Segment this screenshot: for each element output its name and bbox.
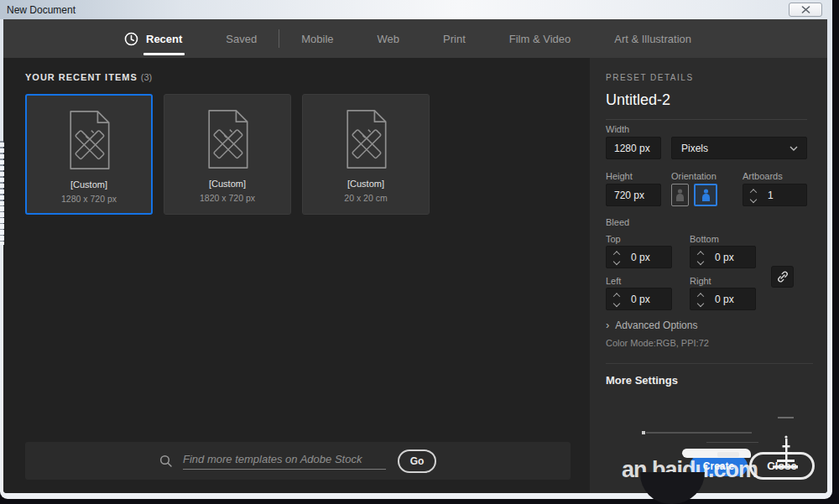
height-input[interactable]: 720 px xyxy=(606,184,661,206)
bleed-left-input[interactable]: 0 px xyxy=(606,288,672,310)
stepper-arrows[interactable] xyxy=(694,251,707,264)
watermark-dark-blob xyxy=(640,472,705,504)
more-settings-link[interactable]: More Settings xyxy=(606,374,678,387)
watermark-mark xyxy=(706,442,758,443)
height-label: Height xyxy=(606,171,633,181)
recent-item-name: [Custom] xyxy=(70,179,107,190)
advanced-options-toggle[interactable]: ›Advanced Options xyxy=(606,319,697,331)
bleed-right-label: Right xyxy=(690,276,711,286)
left-edge-watermark-strip xyxy=(0,141,4,245)
unit-dropdown[interactable]: Pixels xyxy=(671,137,807,159)
tab-print[interactable]: Print xyxy=(421,19,487,58)
width-input[interactable]: 1280 px xyxy=(606,137,661,159)
window-close-icon xyxy=(801,6,810,13)
new-document-dialog: New Document Recent xyxy=(0,0,832,499)
recent-item-card[interactable]: [Custom] 1820 x 720 px xyxy=(164,94,291,215)
watermark-pagoda-graphic xyxy=(762,435,800,475)
go-button[interactable]: Go xyxy=(398,449,436,473)
stepper-arrows[interactable] xyxy=(610,251,623,264)
landscape-orientation-icon[interactable] xyxy=(694,184,717,206)
color-mode-summary: Color Mode:RGB, PPI:72 xyxy=(606,338,709,348)
tab-label: Art & Illustration xyxy=(614,20,691,58)
link-chain-icon xyxy=(776,270,789,283)
tab-film-video[interactable]: Film & Video xyxy=(487,19,592,58)
watermark-mark xyxy=(778,417,794,418)
chevron-right-icon: › xyxy=(606,319,609,331)
artboards-label: Artboards xyxy=(743,171,783,181)
width-label: Width xyxy=(606,124,629,134)
recent-item-size: 1820 x 720 px xyxy=(200,193,255,203)
watermark-mark xyxy=(642,431,645,434)
custom-document-icon xyxy=(65,110,113,170)
search-icon xyxy=(159,455,173,468)
recent-item-card[interactable]: [Custom] 20 x 20 cm xyxy=(302,94,430,215)
chevron-down-icon xyxy=(789,146,798,151)
recent-items-area: YOUR RECENT ITEMS(3) xyxy=(3,58,590,493)
tab-label: Print xyxy=(443,20,466,58)
adobe-stock-search-bar: Find more templates on Adobe Stock Go xyxy=(25,442,571,480)
tab-recent[interactable]: Recent xyxy=(102,19,204,58)
bleed-left-label: Left xyxy=(606,276,621,286)
bleed-top-label: Top xyxy=(606,234,621,244)
stock-search-input[interactable]: Find more templates on Adobe Stock xyxy=(183,453,386,470)
tab-label: Saved xyxy=(226,20,257,58)
preset-details-heading: PRESET DETAILS xyxy=(606,73,694,82)
recent-item-size: 1280 x 720 px xyxy=(61,194,117,204)
tab-label: Film & Video xyxy=(509,20,571,58)
tab-label: Web xyxy=(378,20,400,58)
stepper-arrows[interactable] xyxy=(747,189,760,202)
title-bar: New Document xyxy=(0,0,832,19)
bleed-bottom-input[interactable]: 0 px xyxy=(690,246,756,268)
watermark-mark xyxy=(646,432,752,434)
custom-document-icon xyxy=(203,109,252,169)
recent-item-name: [Custom] xyxy=(347,179,384,189)
preset-details-panel: PRESET DETAILS Untitled-2 Width 1280 px … xyxy=(590,58,827,493)
recent-items-list: [Custom] 1280 x 720 px xyxy=(25,94,430,215)
window-title: New Document xyxy=(7,4,76,16)
stepper-arrows[interactable] xyxy=(694,293,707,306)
recent-items-heading: YOUR RECENT ITEMS(3) xyxy=(25,72,152,82)
recent-item-name: [Custom] xyxy=(209,179,246,189)
watermark-mark xyxy=(682,449,751,458)
orientation-label: Orientation xyxy=(671,171,717,181)
stepper-arrows[interactable] xyxy=(610,293,623,306)
tab-mobile[interactable]: Mobile xyxy=(279,19,355,58)
tab-web[interactable]: Web xyxy=(356,19,422,58)
dialog-content: Recent Saved Mobile Web Print Film & Vid… xyxy=(3,19,827,493)
window-close-button[interactable] xyxy=(789,3,822,17)
tab-label: Mobile xyxy=(301,20,333,58)
tab-saved[interactable]: Saved xyxy=(204,19,279,58)
recent-item-card[interactable]: [Custom] 1280 x 720 px xyxy=(25,94,153,215)
document-name-field[interactable]: Untitled-2 xyxy=(606,91,807,120)
watermark-mark xyxy=(717,452,739,457)
recent-items-count: (3) xyxy=(141,72,152,82)
active-tab-indicator xyxy=(143,53,185,55)
link-bleed-values-button[interactable] xyxy=(771,266,794,288)
bleed-bottom-label: Bottom xyxy=(690,234,719,244)
portrait-orientation-icon[interactable] xyxy=(671,184,689,206)
tab-label: Recent xyxy=(146,20,182,58)
panel-divider xyxy=(606,363,813,364)
tab-art-illustration[interactable]: Art & Illustration xyxy=(592,19,713,58)
recent-item-size: 20 x 20 cm xyxy=(344,193,387,203)
category-tab-bar: Recent Saved Mobile Web Print Film & Vid… xyxy=(3,19,827,58)
bleed-label: Bleed xyxy=(606,217,629,227)
custom-document-icon xyxy=(341,109,390,169)
bleed-right-input[interactable]: 0 px xyxy=(690,288,756,310)
artboards-stepper[interactable]: 1 xyxy=(743,184,807,206)
clock-icon xyxy=(124,32,138,46)
bleed-top-input[interactable]: 0 px xyxy=(606,246,672,268)
